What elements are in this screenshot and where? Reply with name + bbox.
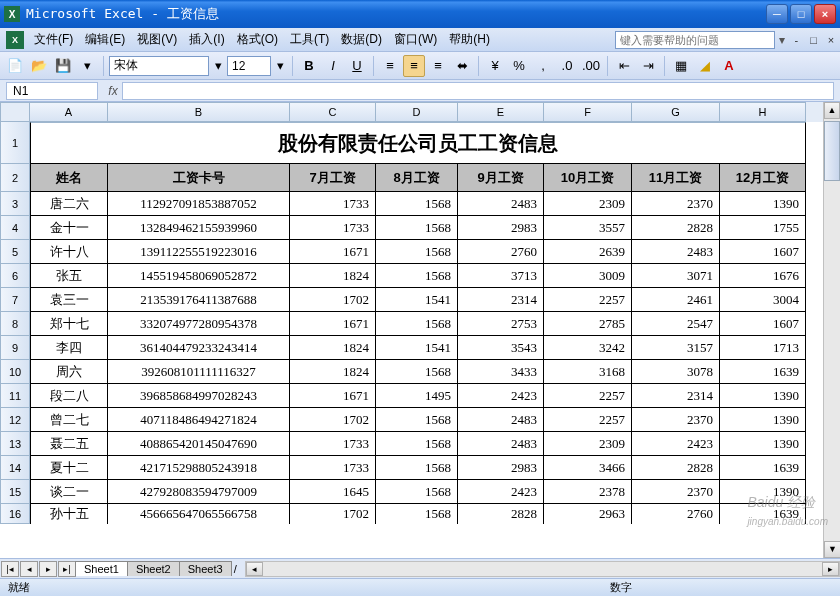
col-header[interactable]: D: [376, 102, 458, 122]
cell[interactable]: 1568: [376, 480, 458, 504]
help-dropdown-icon[interactable]: ▾: [779, 33, 785, 47]
cell[interactable]: 2370: [632, 192, 720, 216]
cell[interactable]: 2314: [458, 288, 544, 312]
cell[interactable]: 1495: [376, 384, 458, 408]
maximize-button[interactable]: □: [790, 4, 812, 24]
font-dropdown-icon[interactable]: ▾: [211, 55, 225, 77]
cell[interactable]: 曾二七: [30, 408, 108, 432]
cell[interactable]: 2378: [544, 480, 632, 504]
cell[interactable]: 396858684997028243: [108, 384, 290, 408]
cell[interactable]: 2423: [458, 384, 544, 408]
row-header[interactable]: 15: [0, 480, 30, 504]
cell[interactable]: 1702: [290, 408, 376, 432]
title-merged-cell[interactable]: 股份有限责任公司员工工资信息: [30, 122, 806, 164]
cell[interactable]: 1702: [290, 288, 376, 312]
cell[interactable]: 2483: [458, 192, 544, 216]
menu-format[interactable]: 格式(O): [231, 29, 284, 50]
cell[interactable]: 1568: [376, 192, 458, 216]
cell[interactable]: 金十一: [30, 216, 108, 240]
new-icon[interactable]: 📄: [4, 55, 26, 77]
cell[interactable]: 1671: [290, 312, 376, 336]
cell[interactable]: 2483: [458, 408, 544, 432]
cell[interactable]: 3168: [544, 360, 632, 384]
cell[interactable]: 2483: [458, 432, 544, 456]
cell[interactable]: 1568: [376, 360, 458, 384]
cell[interactable]: 3004: [720, 288, 806, 312]
cell[interactable]: 1607: [720, 312, 806, 336]
header-cell[interactable]: 工资卡号: [108, 164, 290, 192]
cell[interactable]: 2753: [458, 312, 544, 336]
align-center-button[interactable]: ≡: [403, 55, 425, 77]
close-button[interactable]: ×: [814, 4, 836, 24]
menu-help[interactable]: 帮助(H): [443, 29, 496, 50]
row-header[interactable]: 5: [0, 240, 30, 264]
menu-file[interactable]: 文件(F): [28, 29, 79, 50]
scroll-thumb[interactable]: [824, 121, 840, 181]
row-header[interactable]: 14: [0, 456, 30, 480]
comma-button[interactable]: ,: [532, 55, 554, 77]
header-cell[interactable]: 10月工资: [544, 164, 632, 192]
cell[interactable]: 1607: [720, 240, 806, 264]
cell[interactable]: 1390: [720, 432, 806, 456]
cell[interactable]: 1541: [376, 288, 458, 312]
doc-minimize-button[interactable]: -: [789, 34, 803, 46]
help-search-input[interactable]: [615, 31, 775, 49]
header-cell[interactable]: 11月工资: [632, 164, 720, 192]
minimize-button[interactable]: ─: [766, 4, 788, 24]
formula-input[interactable]: [122, 82, 834, 100]
cell[interactable]: 2547: [632, 312, 720, 336]
scroll-left-icon[interactable]: ◂: [246, 562, 263, 576]
cell[interactable]: 段二八: [30, 384, 108, 408]
font-select[interactable]: [109, 56, 209, 76]
cell[interactable]: 2257: [544, 384, 632, 408]
cell[interactable]: 2760: [632, 504, 720, 524]
cell[interactable]: 145519458069052872: [108, 264, 290, 288]
save-icon[interactable]: 💾: [52, 55, 74, 77]
scroll-down-icon[interactable]: ▼: [824, 541, 840, 558]
italic-button[interactable]: I: [322, 55, 344, 77]
cell[interactable]: 1390: [720, 192, 806, 216]
row-header[interactable]: 12: [0, 408, 30, 432]
cell[interactable]: 1713: [720, 336, 806, 360]
align-left-button[interactable]: ≡: [379, 55, 401, 77]
header-cell[interactable]: 7月工资: [290, 164, 376, 192]
cell[interactable]: 3557: [544, 216, 632, 240]
cell[interactable]: 361404479233243414: [108, 336, 290, 360]
col-header[interactable]: C: [290, 102, 376, 122]
cell[interactable]: 聂二五: [30, 432, 108, 456]
font-color-button[interactable]: A: [718, 55, 740, 77]
row-header[interactable]: 2: [0, 164, 30, 192]
cell[interactable]: 1639: [720, 504, 806, 524]
cell[interactable]: 2828: [458, 504, 544, 524]
tab-nav-first-icon[interactable]: |◂: [1, 561, 19, 577]
cell[interactable]: 2785: [544, 312, 632, 336]
cell[interactable]: 2309: [544, 432, 632, 456]
cell[interactable]: 1671: [290, 384, 376, 408]
cell[interactable]: 1568: [376, 264, 458, 288]
name-box[interactable]: [6, 82, 98, 100]
row-header[interactable]: 16: [0, 504, 30, 524]
col-header[interactable]: A: [30, 102, 108, 122]
cell[interactable]: 1824: [290, 264, 376, 288]
decrease-indent-button[interactable]: ⇤: [613, 55, 635, 77]
cell[interactable]: 1645: [290, 480, 376, 504]
cell[interactable]: 421715298805243918: [108, 456, 290, 480]
cell-area[interactable]: 股份有限责任公司员工工资信息 姓名 工资卡号 7月工资 8月工资 9月工资 10…: [30, 122, 823, 524]
cell[interactable]: 夏十二: [30, 456, 108, 480]
cell[interactable]: 唐二六: [30, 192, 108, 216]
cell[interactable]: 1755: [720, 216, 806, 240]
header-cell[interactable]: 姓名: [30, 164, 108, 192]
cell[interactable]: 1702: [290, 504, 376, 524]
cell[interactable]: 3242: [544, 336, 632, 360]
cell[interactable]: 3157: [632, 336, 720, 360]
cell[interactable]: 2963: [544, 504, 632, 524]
cell[interactable]: 2314: [632, 384, 720, 408]
cell[interactable]: 3009: [544, 264, 632, 288]
row-header[interactable]: 9: [0, 336, 30, 360]
header-cell[interactable]: 12月工资: [720, 164, 806, 192]
menu-data[interactable]: 数据(D): [335, 29, 388, 50]
cell[interactable]: 2370: [632, 408, 720, 432]
cell[interactable]: 2828: [632, 216, 720, 240]
cell[interactable]: 1824: [290, 336, 376, 360]
sheet-tab[interactable]: Sheet2: [127, 561, 180, 576]
